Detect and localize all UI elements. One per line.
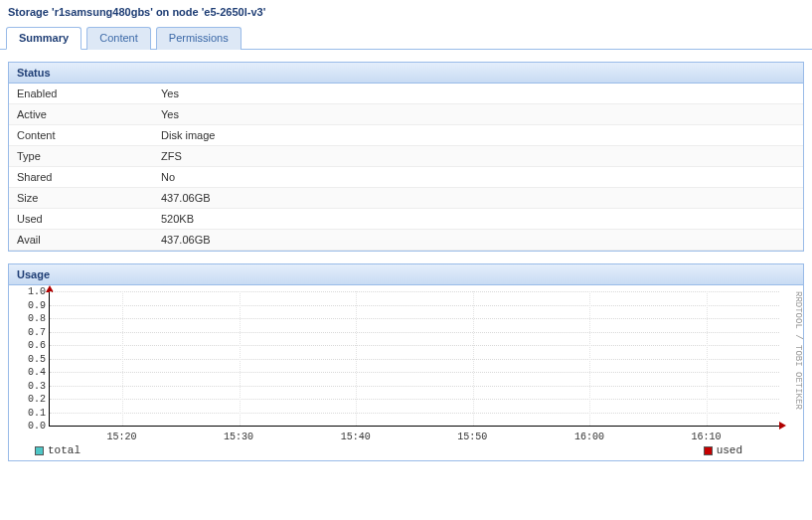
chart-grid: 1.0 0.9 0.8 0.7 0.6 0.5 0.4 0.3 0.2 0.1 … [49, 291, 779, 427]
tabstrip: Summary Content Permissions [0, 26, 812, 50]
legend-swatch-icon [704, 446, 713, 455]
usage-chart: RRDTOOL / TOBI OETIKER 1.0 0.9 0.8 0.7 0… [9, 285, 803, 460]
legend-used: used [704, 444, 742, 456]
status-key: Enabled [9, 84, 153, 104]
y-tick: 0.2 [20, 394, 46, 405]
legend-total: total [35, 444, 81, 456]
table-row: ActiveYes [9, 104, 803, 125]
table-row: EnabledYes [9, 84, 803, 104]
y-tick: 0.0 [20, 421, 46, 432]
table-row: TypeZFS [9, 146, 803, 167]
table-row: SharedNo [9, 167, 803, 188]
y-tick: 0.4 [20, 367, 46, 378]
y-tick: 1.0 [20, 286, 46, 297]
y-tick: 0.1 [20, 407, 46, 418]
status-key: Size [9, 188, 153, 209]
status-key: Used [9, 209, 153, 230]
rrd-credit: RRDTOOL / TOBI OETIKER [793, 291, 803, 440]
x-tick: 15:40 [341, 432, 371, 442]
x-tick: 16:00 [574, 432, 604, 442]
table-row: Used520KB [9, 209, 803, 230]
status-key: Active [9, 104, 153, 125]
status-value: 520KB [153, 209, 803, 230]
status-value: 437.06GB [153, 230, 803, 251]
table-row: ContentDisk image [9, 125, 803, 146]
y-tick: 0.7 [20, 326, 46, 337]
status-key: Shared [9, 167, 153, 188]
status-value: Disk image [153, 125, 803, 146]
status-table: EnabledYes ActiveYes ContentDisk image T… [9, 84, 803, 251]
status-panel: Status EnabledYes ActiveYes ContentDisk … [8, 62, 804, 252]
status-key: Content [9, 125, 153, 146]
legend-swatch-icon [35, 446, 44, 455]
table-row: Size437.06GB [9, 188, 803, 209]
status-value: Yes [153, 84, 803, 104]
status-key: Avail [9, 230, 153, 251]
tab-summary[interactable]: Summary [6, 27, 81, 50]
legend-label: total [48, 444, 81, 456]
x-axis-arrow-icon [779, 422, 786, 430]
usage-panel: Usage RRDTOOL / TOBI OETIKER 1.0 0.9 0.8… [8, 263, 804, 461]
status-value: 437.06GB [153, 188, 803, 209]
status-value: ZFS [153, 146, 803, 167]
status-key: Type [9, 146, 153, 167]
table-row: Avail437.06GB [9, 230, 803, 251]
x-tick: 15:20 [106, 432, 136, 442]
status-value: Yes [153, 104, 803, 125]
y-tick: 0.8 [20, 313, 46, 324]
usage-header: Usage [9, 264, 803, 285]
x-tick: 15:50 [457, 432, 487, 442]
chart-legend: total used [35, 444, 797, 456]
status-value: No [153, 167, 803, 188]
tab-permissions[interactable]: Permissions [156, 27, 242, 50]
y-tick: 0.6 [20, 340, 46, 351]
status-header: Status [9, 63, 803, 84]
tab-content[interactable]: Content [86, 27, 151, 50]
x-tick: 15:30 [224, 432, 253, 442]
y-tick: 0.3 [20, 380, 46, 391]
y-tick: 0.9 [20, 299, 46, 310]
y-tick: 0.5 [20, 353, 46, 364]
x-tick: 16:10 [691, 432, 721, 442]
page-title: Storage 'r1samsung480gbs' on node 'e5-26… [0, 0, 812, 26]
legend-label: used [717, 444, 742, 456]
